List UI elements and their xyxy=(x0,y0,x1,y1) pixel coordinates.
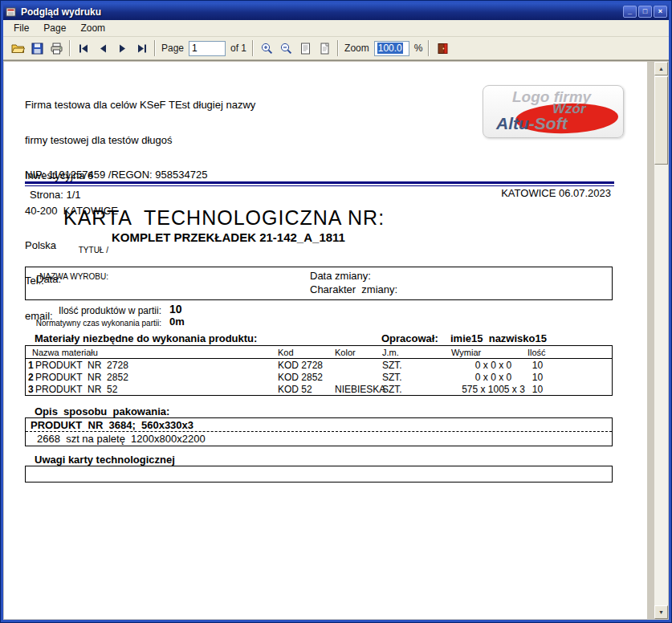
document-page: Firma testowa dla celów KSeF TEst długie… xyxy=(4,62,647,619)
toolbar-separator xyxy=(252,40,254,56)
percent-label: % xyxy=(414,43,423,54)
zoom-input[interactable]: 100.0 xyxy=(374,41,409,56)
fit-width-icon xyxy=(299,42,312,55)
change-box: Data: Data zmiany: Charakter zmiany: xyxy=(25,267,613,300)
first-page-icon xyxy=(77,42,91,55)
date-label: Data: xyxy=(36,273,61,285)
menu-item-zoom[interactable]: Zoom xyxy=(73,21,112,35)
zoom-out-button[interactable] xyxy=(276,39,295,58)
batch-time-value: 0m xyxy=(169,316,185,328)
title-bar[interactable]: Podgląd wydruku _ □ × xyxy=(3,3,669,20)
zoom-in-icon xyxy=(260,42,274,55)
header-rule-thin xyxy=(25,185,614,186)
material-name: PRODUKT NR 2852 xyxy=(35,372,128,383)
page-number-input[interactable]: 1 xyxy=(189,41,226,56)
column-header-code: Kod xyxy=(278,348,294,357)
zoom-label: Zoom xyxy=(344,43,369,54)
column-header-name: Nazwa materiału xyxy=(32,348,98,357)
next-page-button[interactable] xyxy=(112,39,132,58)
table-row: 3 PRODUKT NR 52 KOD 52 NIEBIESKA SZT. 57… xyxy=(26,383,612,395)
row-number: 3 xyxy=(28,384,34,395)
material-quantity: 10 xyxy=(503,384,572,395)
nip-regon-line: NIP: 1191257459 /REGON: 958534725 xyxy=(25,169,207,181)
open-button[interactable] xyxy=(8,39,27,58)
packing-header: Opis sposobu pakowania: xyxy=(35,405,169,417)
next-page-icon xyxy=(116,42,129,55)
batch-quantity-label: Ilość produktów w partii: xyxy=(25,305,161,316)
whole-page-icon xyxy=(318,42,332,55)
zoom-out-icon xyxy=(279,42,293,55)
column-header-color: Kolor xyxy=(335,348,356,357)
minimize-button[interactable]: _ xyxy=(623,6,637,18)
scrollbar-thumb[interactable] xyxy=(654,76,668,165)
exit-preview-button[interactable] xyxy=(433,39,452,58)
scroll-up-button[interactable]: ▲ xyxy=(654,62,668,75)
materials-table-header: Nazwa materiału Kod Kolor J.m. Wymiar Il… xyxy=(26,346,612,359)
material-quantity: 10 xyxy=(503,372,572,383)
company-name-line-1: Firma testowa dla celów KSeF TEst długie… xyxy=(25,100,255,112)
company-logo: Logo firmy Wzór Altu-Soft xyxy=(483,85,624,138)
previous-page-icon xyxy=(96,42,110,55)
material-unit: SZT. xyxy=(382,372,402,383)
save-button[interactable] xyxy=(27,39,47,58)
notes-header: Uwagi karty technologicznej xyxy=(35,454,175,466)
author-label: Opracował: xyxy=(381,332,438,344)
column-header-quantity: Ilość xyxy=(527,348,546,357)
document-title: KARTA TECHNOLOGICZNA NR: xyxy=(63,206,385,230)
fit-width-button[interactable] xyxy=(295,39,315,58)
first-page-button[interactable] xyxy=(74,39,93,58)
last-page-icon xyxy=(135,42,149,55)
whole-page-button[interactable] xyxy=(315,39,334,58)
column-header-dimensions: Wymiar xyxy=(451,348,481,357)
product-name: KOMPLET PRZEKŁADEK 21-142_A_1811 xyxy=(112,230,345,244)
table-row: 2 PRODUKT NR 2852 KOD 2852 SZT. 0 x 0 x … xyxy=(26,371,612,383)
window-title: Podgląd wydruku xyxy=(21,6,101,18)
change-date-label: Data zmiany: xyxy=(310,270,371,282)
material-quantity: 10 xyxy=(503,360,572,371)
material-color: NIEBIESKA xyxy=(335,384,385,395)
last-page-button[interactable] xyxy=(132,39,151,58)
scroll-down-button[interactable]: ▼ xyxy=(654,605,668,619)
toolbar-separator xyxy=(154,40,156,56)
place-date: KATOWICE 06.07.2023 xyxy=(405,187,611,199)
header-rule-thick xyxy=(25,181,614,184)
menu-bar: File Page Zoom xyxy=(3,20,669,37)
packing-detail: 2668 szt na paletę 1200x800x2200 xyxy=(26,432,612,446)
author-value: imie15 nazwisko15 xyxy=(450,332,547,344)
row-number: 1 xyxy=(28,360,34,371)
menu-item-page[interactable]: Page xyxy=(36,21,73,35)
subtitle-label-line1: TYTUŁ / xyxy=(20,246,108,254)
zoom-in-button[interactable] xyxy=(257,39,276,58)
maximize-button[interactable]: □ xyxy=(638,6,652,18)
printer-icon xyxy=(50,42,63,55)
page-number-value: 1 xyxy=(192,43,198,54)
material-unit: SZT. xyxy=(382,360,402,371)
material-name: PRODUKT NR 2728 xyxy=(35,360,128,371)
toolbar: Page 1 of 1 Zoom 100.0 % xyxy=(3,37,669,60)
logo-brand-text: Altu-Soft xyxy=(496,114,568,133)
toolbar-separator xyxy=(337,40,339,56)
previous-page-button[interactable] xyxy=(93,39,112,58)
packing-box: PRODUKT NR 3684; 560x330x3 2668 szt na p… xyxy=(25,417,613,446)
close-button[interactable]: × xyxy=(654,6,667,18)
exit-door-icon xyxy=(436,42,450,55)
material-name: PRODUKT NR 52 xyxy=(35,384,117,395)
floppy-disk-icon xyxy=(31,42,44,55)
materials-table: Nazwa materiału Kod Kolor J.m. Wymiar Il… xyxy=(25,345,613,396)
company-name-line-2: firmy testowej dla testów długoś xyxy=(25,135,255,147)
zoom-value: 100.0 xyxy=(377,43,403,54)
menu-item-file[interactable]: File xyxy=(6,21,36,35)
toolbar-separator xyxy=(428,40,430,56)
window-icon xyxy=(6,6,17,18)
packing-item: PRODUKT NR 3684; 560x330x3 xyxy=(26,418,612,432)
notes-box xyxy=(25,466,613,483)
batch-quantity-value: 10 xyxy=(169,303,182,316)
print-button[interactable] xyxy=(47,39,66,58)
vertical-scrollbar[interactable]: ▲ ▼ xyxy=(654,62,668,619)
print-preview-window: Podgląd wydruku _ □ × File Page Zoom xyxy=(0,0,672,623)
material-code: KOD 2728 xyxy=(278,360,323,371)
row-number: 2 xyxy=(28,372,34,383)
batch-time-label: Normatywny czas wykonania partii: xyxy=(25,319,161,328)
material-code: KOD 52 xyxy=(278,384,312,395)
material-code: KOD 2852 xyxy=(278,372,323,383)
